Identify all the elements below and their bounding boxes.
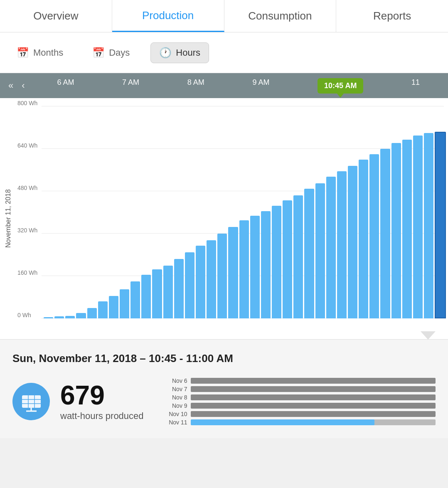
mini-label-2: Nov 8 <box>169 394 187 401</box>
mini-bar-fill-0 <box>191 378 436 384</box>
bar-33 <box>402 140 412 318</box>
production-number: 679 <box>60 382 144 409</box>
bar-11 <box>163 266 173 319</box>
svg-rect-0 <box>22 395 41 408</box>
subtab-hours[interactable]: 🕐 Hours <box>150 42 209 63</box>
chart-nav: « ‹ 6 AM 7 AM 8 AM 9 AM 10:45 AM 11 <box>0 73 448 98</box>
info-date: Sun, November 11, 2018 – 10:45 - 11:00 A… <box>12 352 436 365</box>
time-8am: 8 AM <box>187 78 204 94</box>
mini-label-0: Nov 6 <box>169 377 187 384</box>
mini-bar-container-2 <box>191 394 436 400</box>
y-label-800: 800 Wh <box>17 100 37 106</box>
bar-21 <box>272 206 281 318</box>
bar-8 <box>130 281 140 318</box>
bar-30 <box>369 154 379 318</box>
bar-18 <box>239 220 249 318</box>
bar-6 <box>109 296 118 318</box>
bar-9 <box>141 275 151 318</box>
solar-panel-svg <box>20 390 43 413</box>
y-label-640: 640 Wh <box>17 142 37 149</box>
mini-bar-container-1 <box>191 386 436 392</box>
bar-0 <box>44 317 53 318</box>
calendar-23-icon: 📅 <box>92 47 105 59</box>
clock-icon: 🕐 <box>159 47 172 59</box>
tab-consumption[interactable]: Consumption <box>224 0 337 32</box>
mini-row-1: Nov 7 <box>169 386 436 392</box>
bar-22 <box>283 200 292 318</box>
bar-15 <box>207 240 216 318</box>
y-label-0: 0 Wh <box>17 312 31 318</box>
mini-chart: Nov 6Nov 7Nov 8Nov 9Nov 10Nov 11 <box>160 377 436 426</box>
info-panel: Sun, November 11, 2018 – 10:45 - 11:00 A… <box>0 339 448 438</box>
prev-skip-button[interactable]: « <box>4 78 17 93</box>
mini-bar-container-3 <box>191 403 436 409</box>
mini-row-2: Nov 8 <box>169 394 436 401</box>
bar-16 <box>217 234 227 318</box>
bar-2 <box>65 316 75 318</box>
bar-13 <box>185 252 194 318</box>
time-current: 10:45 AM <box>318 78 363 94</box>
mini-label-1: Nov 7 <box>169 386 187 392</box>
info-content: 679 watt-hours produced Nov 6Nov 7Nov 8N… <box>12 377 436 426</box>
time-11: 11 <box>411 78 420 94</box>
sub-tab-bar: 📅 Months 📅 Days 🕐 Hours <box>0 32 448 73</box>
bar-24 <box>304 189 314 318</box>
subtab-months[interactable]: 📅 Months <box>8 43 71 63</box>
chart-area: November 11, 2018 800 Wh 640 Wh 480 Wh 3… <box>0 98 448 339</box>
mini-bar-container-4 <box>191 411 436 417</box>
bar-14 <box>196 246 205 318</box>
mini-label-5: Nov 11 <box>169 419 187 426</box>
bar-10 <box>152 269 162 318</box>
time-9am: 9 AM <box>252 78 269 94</box>
chart-pointer <box>421 331 436 339</box>
mini-label-4: Nov 10 <box>169 411 187 417</box>
bar-36 <box>435 132 446 318</box>
chart-inner: 800 Wh 640 Wh 480 Wh 320 Wh 160 Wh 0 Wh <box>17 98 448 339</box>
bar-26 <box>326 177 336 318</box>
production-unit: watt-hours produced <box>60 411 144 421</box>
bar-32 <box>391 143 401 318</box>
production-value: 679 watt-hours produced <box>60 382 144 421</box>
mini-bar-fill-1 <box>191 386 436 392</box>
bar-25 <box>315 183 325 318</box>
bar-4 <box>87 308 97 319</box>
solar-icon <box>12 383 50 420</box>
bar-20 <box>261 211 271 318</box>
mini-bar-fill-4 <box>191 411 436 417</box>
tab-overview[interactable]: Overview <box>0 0 112 32</box>
bar-7 <box>120 289 129 318</box>
mini-row-4: Nov 10 <box>169 411 436 417</box>
bar-1 <box>54 316 64 318</box>
bar-27 <box>337 171 347 318</box>
bar-34 <box>413 136 423 318</box>
info-left: 679 watt-hours produced <box>12 377 144 426</box>
tab-reports[interactable]: Reports <box>336 0 448 32</box>
bar-3 <box>76 313 86 318</box>
bar-23 <box>293 195 303 318</box>
subtab-days[interactable]: 📅 Days <box>84 43 138 63</box>
bar-5 <box>98 301 108 318</box>
mini-bar-container-0 <box>191 378 436 384</box>
bar-12 <box>174 259 184 318</box>
bar-28 <box>348 166 357 318</box>
y-label-480: 480 Wh <box>17 185 37 191</box>
y-axis-label: November 11, 2018 <box>0 98 17 339</box>
y-label-320: 320 Wh <box>17 227 37 234</box>
y-label-160: 160 Wh <box>17 269 37 276</box>
calendar-icon: 📅 <box>17 47 29 59</box>
tab-production[interactable]: Production <box>112 0 224 32</box>
mini-bar-fill-3 <box>191 403 436 409</box>
bar-19 <box>250 216 260 318</box>
mini-label-3: Nov 9 <box>169 402 187 409</box>
bar-31 <box>380 149 390 318</box>
mini-bar-fill-5 <box>191 419 374 425</box>
bar-35 <box>424 133 433 318</box>
prev-button[interactable]: ‹ <box>17 78 29 93</box>
bar-29 <box>359 160 368 319</box>
mini-bar-container-5 <box>191 419 436 425</box>
bars-container <box>42 106 448 318</box>
time-labels: 6 AM 7 AM 8 AM 9 AM 10:45 AM 11 <box>33 78 444 94</box>
mini-row-3: Nov 9 <box>169 402 436 409</box>
tab-bar: Overview Production Consumption Reports <box>0 0 448 32</box>
mini-bar-fill-2 <box>191 394 436 400</box>
